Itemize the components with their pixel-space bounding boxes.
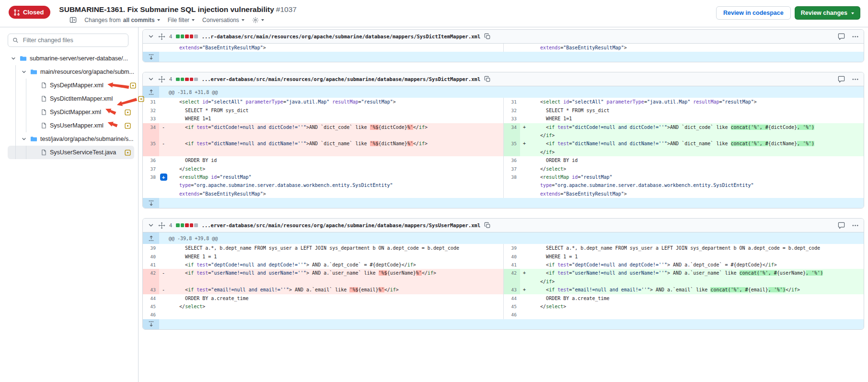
tree-file-sysdictmapper-xml[interactable]: SysDictMapper.xml [8,105,134,119]
line-number[interactable]: 44 [143,294,159,302]
tree-file-sysuserservicetest-java[interactable]: SysUserServiceTest.java [8,146,134,159]
tree-chevron[interactable] [11,56,18,61]
drag-handle-icon [158,76,165,83]
line-number[interactable]: 38 [504,173,520,198]
diff-file-header: 4 ...r-database/src/main/resources/org/a… [143,30,864,44]
line-number[interactable]: 41 [143,261,159,269]
gear-icon [252,17,259,23]
review-in-codespace-button[interactable]: Review in codespace [716,6,791,20]
line-number[interactable]: 36 [504,156,520,164]
tree-folder-main-resources-org-apache-subm-[interactable]: main/resources/org/apache/subm... [8,65,134,79]
line-number[interactable]: 34 [143,123,159,140]
kebab-menu-icon [852,76,859,83]
copy-path-button[interactable] [484,222,491,229]
line-number[interactable]: 32 [504,106,520,115]
code-line: ORDER BY id [168,156,503,164]
file-tree-toggle-icon[interactable] [69,16,77,23]
diff-row: 41 <if test="deptCode!=null and deptCode… [143,261,864,269]
line-number[interactable]: 35 [143,139,159,156]
tree-folder-submarine-server-server-database-[interactable]: submarine-server/server-database/... [8,52,134,65]
comment-button[interactable] [838,222,845,229]
pr-status-label: Closed [23,9,44,16]
diff-sign: + [520,286,529,294]
tree-chevron[interactable] [21,136,28,142]
diff-sign [520,253,529,261]
line-number[interactable]: 45 [143,302,159,311]
expand-down-button[interactable] [143,319,159,329]
line-number[interactable]: 45 [504,302,520,311]
file-path: ...erver-database/src/main/resources/org… [202,76,481,82]
tree-file-sysdictitemmapper-xml[interactable]: SysDictItemMapper.xml [8,92,134,105]
line-number[interactable]: 34 [504,123,520,140]
diff-sign [159,106,168,115]
line-number[interactable]: 31 [143,98,159,106]
add-comment-button[interactable]: + [160,174,167,181]
line-number[interactable]: 42 [143,269,159,286]
diff-sign [520,44,529,52]
file-filter-dropdown[interactable]: File filter [168,17,195,23]
drag-file-handle[interactable] [158,222,165,229]
line-number[interactable]: 36 [143,156,159,164]
comment-button[interactable] [838,76,845,83]
comment-button[interactable] [838,33,845,40]
copy-path-button[interactable] [484,76,491,82]
collapse-file-button[interactable] [148,33,154,40]
expand-down-button[interactable] [143,198,159,208]
kebab-menu-icon [852,222,859,229]
diff-row: 43 - <if test="email!=null and email!=''… [143,286,864,294]
diff-sign [159,98,168,106]
line-number[interactable]: 33 [504,115,520,123]
line-number[interactable]: 31 [504,98,520,106]
line-number[interactable]: 43 [143,286,159,294]
expand-down-icon [149,54,154,60]
changes-count: 4 [169,222,172,228]
line-number[interactable]: 41 [504,261,520,269]
line-number[interactable]: 43 [504,286,520,294]
line-number[interactable]: 46 [143,311,159,319]
diff-sign [159,244,168,252]
tree-chevron[interactable] [21,69,28,75]
line-number[interactable]: 40 [504,253,520,261]
collapse-file-button[interactable] [148,76,154,82]
diff-row: 31 <select id="selectAll" parameterType=… [143,98,864,106]
changes-from-dropdown[interactable]: Changes from all commits [84,17,160,23]
copy-path-button[interactable] [484,33,491,40]
drag-file-handle[interactable] [158,33,165,40]
comment-icon [838,76,845,83]
diff-sign [520,156,529,164]
line-number[interactable]: 33 [143,115,159,123]
line-number[interactable] [504,44,520,52]
line-number[interactable]: 39 [504,244,520,252]
conversations-dropdown[interactable]: Conversations [202,17,244,23]
tree-item-label: main/resources/org/apache/subm... [40,69,134,75]
line-number[interactable]: 46 [504,311,520,319]
diff-settings-dropdown[interactable] [252,17,264,23]
chevron-down-icon [21,69,27,75]
expand-up-button[interactable] [143,232,159,244]
line-number[interactable]: 37 [143,165,159,173]
collapse-file-button[interactable] [148,222,154,229]
filter-changed-files-input[interactable] [22,36,124,44]
code-line: </select> [168,302,503,311]
line-number[interactable]: 38 [143,173,159,198]
line-number[interactable]: 40 [143,253,159,261]
tree-file-sysusermapper-xml[interactable]: SysUserMapper.xml [8,119,134,132]
drag-file-handle[interactable] [158,76,165,83]
line-number[interactable]: 37 [504,165,520,173]
indent-guide [11,92,21,105]
line-number[interactable]: 32 [143,106,159,115]
tree-folder-test-java-org-apache-submarine-s-[interactable]: test/java/org/apache/submarine/s... [8,132,134,146]
line-number[interactable]: 39 [143,244,159,252]
line-number[interactable] [143,44,159,52]
line-number[interactable]: 44 [504,294,520,302]
line-number[interactable]: 35 [504,139,520,156]
expand-down-button[interactable] [143,52,159,62]
file-options-button[interactable] [852,33,859,40]
line-number[interactable]: 42 [504,269,520,286]
file-options-button[interactable] [852,222,859,229]
review-changes-button[interactable]: Review changes [795,6,860,20]
expand-up-button[interactable] [143,86,159,98]
tree-file-sysdeptmapper-xml[interactable]: SysDeptMapper.xml [8,79,134,92]
file-options-button[interactable] [852,76,859,83]
changed-files-tree: submarine-server/server-database/...main… [8,52,134,159]
